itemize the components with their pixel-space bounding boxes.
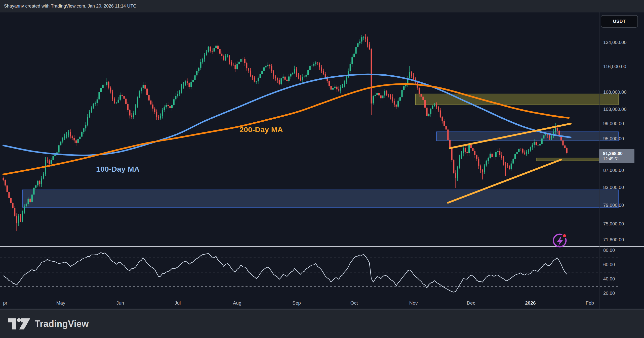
candle-body [192, 80, 194, 82]
candle-body [342, 86, 343, 87]
ma100-label: 100-Day MA [96, 165, 140, 173]
candle-body [10, 198, 12, 203]
candle-body [449, 140, 451, 147]
tradingview-logo-icon [8, 318, 31, 330]
rsi-axis-label[interactable]: 80.00 [603, 248, 615, 253]
time-axis-label-Oct[interactable]: Oct [350, 300, 358, 306]
candle-body [53, 156, 54, 160]
candle-body [125, 99, 127, 104]
candle-body [503, 158, 504, 164]
price-axis-label[interactable]: 75,000.00 [603, 221, 624, 226]
candle-body [175, 96, 176, 99]
candle-body [75, 140, 77, 143]
candle-body [217, 46, 219, 49]
price-axis-label[interactable]: 124,000.00 [603, 40, 627, 45]
rsi-axis-label[interactable]: 20.00 [603, 291, 615, 296]
candle-body [514, 154, 516, 159]
candle-body [520, 149, 521, 149]
candle-body [444, 121, 445, 126]
price-axis-label[interactable]: 103,000.00 [603, 107, 627, 112]
candle-body [459, 158, 460, 167]
time-axis-label-pr[interactable]: pr [3, 300, 8, 306]
candle-body [254, 78, 255, 82]
candle-body [256, 81, 257, 82]
candle-body [127, 104, 129, 110]
candle-body [409, 72, 410, 78]
candle-body [283, 77, 284, 78]
support-zone-rect [22, 190, 618, 207]
candle-body [41, 178, 42, 184]
candle-body [219, 49, 221, 54]
candle-body [484, 166, 485, 172]
candle-body [551, 136, 552, 138]
price-axis-label[interactable]: 95,000.00 [603, 136, 624, 141]
candle-body [168, 105, 169, 107]
candle-body [129, 110, 130, 116]
candle-body [432, 106, 433, 109]
candle-body [164, 107, 165, 110]
candle-body [70, 132, 71, 136]
candle-body [355, 47, 357, 54]
candle-body [457, 167, 458, 178]
candle-body [441, 117, 443, 121]
time-axis-label-Sep[interactable]: Sep [292, 300, 301, 306]
candle-body [273, 71, 274, 76]
candle-body [26, 204, 27, 207]
candle-body [536, 142, 537, 145]
candle-body [384, 91, 385, 95]
candle-body [549, 135, 550, 138]
time-axis-label-2026[interactable]: 2026 [525, 300, 536, 306]
price-axis-label[interactable]: 87,000.00 [603, 168, 624, 173]
candle-body [244, 59, 246, 63]
candle-body [478, 159, 479, 166]
candle-body [430, 109, 431, 114]
candle-body [566, 148, 568, 153]
footer-bar: TradingView [0, 310, 644, 338]
candle-body [526, 152, 527, 154]
candle-body [344, 82, 345, 86]
candle-body [317, 63, 318, 63]
candle-body [248, 68, 249, 71]
price-axis-label[interactable]: 116,000.00 [603, 64, 626, 69]
candle-body [436, 105, 437, 107]
candle-body [380, 95, 382, 99]
time-axis-label-Aug[interactable]: Aug [233, 300, 242, 306]
candle-body [493, 157, 495, 157]
candle-body [367, 39, 368, 44]
candle-body [223, 56, 224, 60]
candle-body [453, 160, 454, 173]
time-axis-label-Nov[interactable]: Nov [409, 300, 418, 306]
time-axis-label-May[interactable]: May [56, 300, 65, 306]
rsi-axis-label[interactable]: 40.00 [603, 276, 615, 281]
price-axis-label[interactable]: 99,000.00 [603, 121, 624, 126]
candle-body [185, 81, 186, 85]
time-axis-label-Jun[interactable]: Jun [116, 300, 124, 306]
candle-body [221, 54, 222, 56]
candle-body [187, 81, 188, 83]
last-price-badge[interactable]: 91,368.00 12:45:51 [599, 149, 634, 163]
candle-body [252, 76, 253, 77]
price-axis-label[interactable]: 71,800.00 [603, 237, 624, 242]
candle-body [426, 108, 427, 116]
time-axis-label-Feb[interactable]: Feb [586, 300, 594, 306]
candle-body [336, 87, 337, 89]
candle-body [495, 152, 497, 157]
time-axis-label-Jul[interactable]: Jul [175, 300, 181, 306]
candle-body [162, 110, 163, 116]
price-axis-label[interactable]: 83,000.00 [603, 185, 624, 190]
candle-body [102, 85, 104, 88]
candle-body [169, 106, 171, 108]
candle-body [280, 78, 282, 84]
candle-body [31, 195, 33, 202]
price-axis-label[interactable]: 79,000.00 [603, 203, 624, 208]
candle-body [158, 117, 159, 118]
candle-body [39, 181, 40, 184]
price-axis-label[interactable]: 108,000.00 [603, 89, 627, 95]
candle-body [334, 87, 336, 88]
candle-body [290, 74, 291, 77]
time-axis-label-Dec[interactable]: Dec [467, 300, 475, 306]
candle-body [8, 192, 10, 198]
rsi-axis-label[interactable]: 60.00 [603, 262, 615, 267]
candle-body [148, 95, 150, 101]
candle-body [428, 114, 429, 116]
